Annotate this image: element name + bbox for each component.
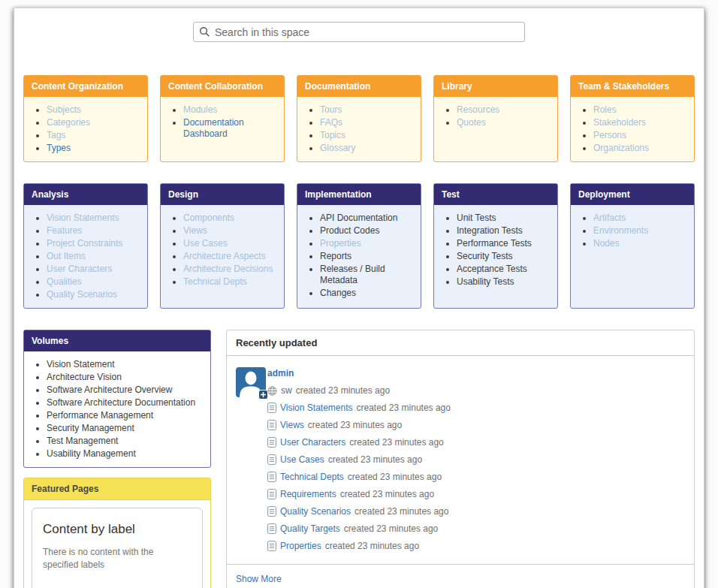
content-by-label-card: Content by label There is no content wit… [32, 508, 203, 588]
show-more-link[interactable]: Show More [236, 574, 282, 584]
recently-updated-body: admin sw created 23 minutes ago Vision S… [227, 356, 694, 559]
panel-list-item: Types [47, 142, 147, 155]
page-link[interactable]: Features [47, 225, 82, 236]
page-link[interactable]: Documentation Dashboard [183, 117, 244, 139]
page-link[interactable]: Architecture Decisions [183, 264, 273, 274]
search-icon [199, 26, 210, 41]
panel-list-item: Nodes [593, 237, 694, 250]
page-link[interactable]: Categories [47, 117, 90, 128]
middle-panel-row: Analysis Vision Statements Features Proj… [23, 183, 695, 309]
page-link[interactable]: Persons [593, 130, 626, 140]
panel-list-item: Vision Statement [47, 358, 210, 371]
panel-title: Deployment [571, 184, 694, 205]
panel-design: Design Components Views Use Cases Archit… [160, 183, 285, 309]
panel-list: Tours FAQs Topics Glossary [297, 104, 421, 155]
page-link[interactable]: Artifacts [593, 213, 626, 223]
panel-team-stakeholders: Team & Stakeholders Roles Stakeholders P… [570, 75, 695, 162]
page-link[interactable]: Environments [593, 225, 648, 236]
page-link[interactable]: Tours [320, 104, 342, 115]
panel-list-item: Software Architecture Documentation [47, 397, 210, 409]
recent-page-link[interactable]: Use Cases [280, 454, 324, 465]
panel-list: Roles Stakeholders Persons Organizations [571, 104, 694, 155]
panel-list-item: Architecture Aspects [183, 250, 284, 263]
entry-meta: created 23 minutes ago [325, 541, 419, 551]
page-link[interactable]: Resources [457, 104, 499, 115]
page-icon [267, 403, 276, 413]
page-link[interactable]: Technical Depts [183, 276, 247, 287]
avatar[interactable] [236, 367, 266, 397]
page-link[interactable]: Subjects [47, 104, 81, 115]
panel-documentation: Documentation Tours FAQs Topics Glossary [297, 75, 421, 162]
recently-updated-title: Recently updated [227, 330, 694, 356]
panel-list-item: Changes [320, 287, 421, 300]
entry-meta: created 23 minutes ago [357, 403, 451, 413]
page-link[interactable]: Glossary [320, 143, 355, 153]
panel-list-item: Properties [320, 237, 421, 250]
panel-list-item: Product Codes [320, 225, 421, 237]
page-icon [267, 472, 276, 482]
entry-meta: created 23 minutes ago [354, 506, 448, 517]
recent-entry: Quality Targets created 23 minutes ago [267, 523, 685, 534]
item-text: Unit Tests [457, 213, 496, 223]
recent-page-link[interactable]: Requirements [280, 489, 336, 499]
entry-meta: created 23 minutes ago [308, 420, 402, 430]
page-link[interactable]: Views [183, 225, 207, 236]
panel-list: Modules Documentation Dashboard [161, 104, 284, 140]
panel-list-item: Reports [320, 250, 421, 263]
panel-list-item: Performance Management [47, 409, 210, 422]
panel-content-organization: Content Organization Subjects Categories… [23, 75, 148, 162]
panel-list: Vision Statement Architecture Vision Sof… [24, 358, 210, 460]
space-dashboard: Content Organization Subjects Categories… [14, 8, 704, 588]
panel-list-item: Use Cases [183, 237, 284, 250]
panel-list-item: Persons [593, 129, 694, 142]
page-icon [267, 523, 276, 534]
recent-page-link[interactable]: sw [281, 385, 292, 396]
page-link[interactable]: Tags [47, 130, 65, 140]
recent-page-link[interactable]: Views [280, 420, 304, 430]
panel-featured-pages: Featured Pages Content by label There is… [23, 478, 211, 588]
recent-page-link[interactable]: User Characters [280, 437, 345, 448]
page-link[interactable]: Quality Scenarios [47, 289, 117, 300]
search-input[interactable] [193, 22, 525, 42]
page-link[interactable]: Vision Statements [47, 213, 119, 223]
user-link[interactable]: admin [267, 368, 294, 378]
recent-page-link[interactable]: Quality Scenarios [280, 506, 351, 517]
page-link[interactable]: Components [183, 213, 234, 223]
page-link[interactable]: Stakeholders [593, 117, 646, 128]
space-globe-icon [267, 386, 277, 396]
page-link[interactable]: Modules [183, 104, 217, 115]
panel-list-item: Components [183, 212, 284, 225]
page-link[interactable]: Topics [320, 130, 345, 140]
page-link[interactable]: Organizations [593, 143, 649, 153]
recent-page-link[interactable]: Vision Statements [280, 403, 353, 413]
page-link[interactable]: Nodes [593, 238, 620, 249]
panel-title: Test [434, 184, 557, 205]
panel-list-item: Resources [457, 104, 557, 116]
recently-updated-panel: Recently updated admin [226, 330, 695, 588]
panel-title: Volumes [24, 330, 210, 351]
page-link[interactable]: Project Constraints [47, 238, 122, 249]
page-icon [267, 437, 276, 448]
panel-list-item: Usability Tests [457, 276, 557, 288]
recent-entry: Technical Depts created 23 minutes ago [267, 472, 685, 482]
panel-list-item: Roles [593, 104, 694, 116]
page-link[interactable]: Use Cases [183, 238, 228, 249]
recent-page-link[interactable]: Properties [280, 541, 321, 551]
recent-page-link[interactable]: Technical Depts [280, 472, 344, 482]
page-link[interactable]: Qualities [47, 276, 82, 287]
page-link[interactable]: Architecture Aspects [183, 251, 265, 261]
item-text: Changes [320, 288, 356, 298]
page-link[interactable]: Out Items [47, 251, 86, 261]
panel-list-item: Unit Tests [457, 212, 557, 225]
page-link[interactable]: FAQs [320, 117, 342, 128]
page-link[interactable]: Types [47, 143, 71, 153]
recent-page-link[interactable]: Quality Targets [280, 523, 340, 534]
page-link[interactable]: Properties [320, 238, 361, 249]
page-link[interactable]: User Characters [47, 264, 112, 274]
recent-entry: Requirements created 23 minutes ago [267, 489, 685, 499]
page-link[interactable]: Quotes [457, 117, 486, 128]
page-link[interactable]: Roles [593, 104, 617, 115]
item-text: Performance Management [47, 410, 153, 421]
recent-entry: sw created 23 minutes ago [267, 385, 685, 396]
panel-list-item: Quality Scenarios [47, 288, 147, 301]
